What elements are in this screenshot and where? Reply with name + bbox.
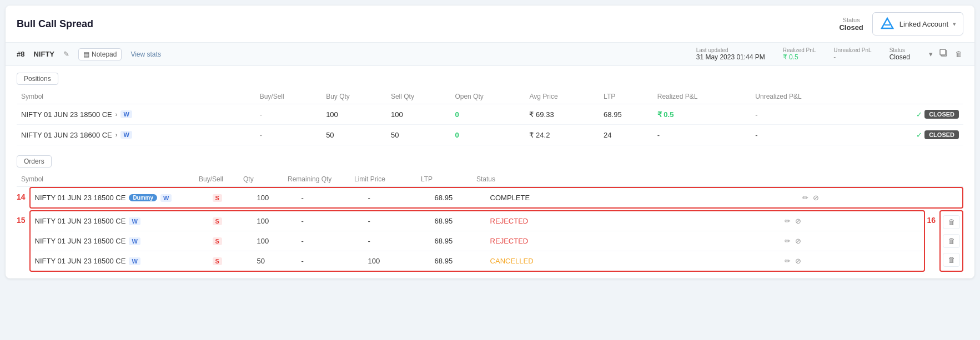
s-badge: S — [213, 217, 222, 225]
order-qty: 100 — [253, 231, 297, 251]
orders-section-button[interactable]: Orders — [17, 155, 52, 168]
notepad-icon: ▤ — [83, 50, 89, 58]
position-status-cell: ✓ CLOSED — [861, 104, 963, 125]
delete-order-button[interactable]: 🗑 — [943, 234, 960, 248]
delete-order-button[interactable]: 🗑 — [943, 215, 960, 229]
linked-account-button[interactable]: Linked Account ▾ — [872, 12, 963, 35]
position-avg-price: ₹ 24.2 — [525, 125, 599, 145]
order-status: REJECTED — [486, 211, 780, 231]
unrealized-pnl-label: Unrealized PnL — [833, 47, 871, 53]
orders-col-status: Status — [472, 172, 845, 187]
header-status-label: Status — [839, 17, 863, 23]
positions-section-button[interactable]: Positions — [17, 73, 58, 85]
order-symbol-text: NIFTY 01 JUN 23 18500 CE — [35, 194, 126, 202]
position-row: NIFTY 01 JUN 23 18500 CE › W - 100 100 0… — [17, 104, 963, 125]
group-16-label: 16 — [927, 210, 938, 272]
expand-button[interactable]: ▾ — [928, 49, 934, 59]
edit-order-icon[interactable]: ✏ — [785, 237, 791, 245]
strategy-ticker: NIFTY — [33, 50, 54, 58]
order-limit-price: 100 — [364, 251, 430, 271]
order-remaining-qty: - — [297, 211, 364, 231]
header: Bull Call Spread Status Closed Linked Ac… — [6, 6, 974, 43]
header-right: Status Closed Linked Account ▾ — [839, 12, 963, 35]
order-actions-cell: ✏ ⊘ — [798, 188, 962, 207]
orders-col-symbol: Symbol — [17, 172, 194, 187]
realized-pnl-label: Realized PnL — [783, 47, 816, 53]
order-w-badge: W — [160, 194, 172, 202]
order-row: NIFTY 01 JUN 23 18500 CE Dummy W S 100 -… — [31, 188, 962, 207]
linked-account-icon — [880, 16, 895, 32]
order-group-15-16-wrapper: 15 NIFTY 01 JUN 23 18500 CE W S 100 - - … — [17, 210, 963, 272]
col-realized-pnl: Realized P&L — [653, 89, 751, 104]
order-symbol-text: NIFTY 01 JUN 23 18500 CE — [35, 237, 126, 245]
check-icon: ✓ — [916, 131, 922, 139]
order-symbol-cell: NIFTY 01 JUN 23 18500 CE W — [31, 231, 208, 251]
col-sell-qty: Sell Qty — [386, 89, 450, 104]
orders-col-ltp: LTP — [416, 172, 472, 187]
order-row: NIFTY 01 JUN 23 18500 CE W S 50 - 100 68… — [31, 251, 924, 271]
order-qty: 100 — [253, 188, 297, 207]
order-side-cell: S — [208, 231, 253, 251]
orders-col-remaining-qty: Remaining Qty — [283, 172, 350, 187]
edit-order-icon[interactable]: ✏ — [802, 194, 808, 202]
col-unrealized-pnl: Unrealized P&L — [751, 89, 861, 104]
cancel-order-icon[interactable]: ⊘ — [795, 217, 801, 225]
svg-rect-3 — [940, 49, 946, 55]
position-ltp: 24 — [599, 125, 653, 145]
order-side-cell: S — [208, 211, 253, 231]
orders-col-actions — [845, 172, 963, 187]
order-w-badge: W — [129, 217, 140, 225]
position-symbol-text: NIFTY 01 JUN 23 18500 CE — [21, 110, 112, 119]
delete-strategy-button[interactable]: 🗑 — [954, 49, 963, 59]
order-ltp: 68.95 — [430, 231, 486, 251]
edit-order-icon[interactable]: ✏ — [785, 257, 791, 265]
position-ltp: 68.95 — [599, 104, 653, 125]
chevron-right-icon[interactable]: › — [115, 131, 118, 138]
edit-order-icon[interactable]: ✏ — [785, 217, 791, 225]
order-limit-price: - — [364, 188, 430, 207]
position-unrealized-pnl: - — [751, 125, 861, 145]
notepad-button[interactable]: ▤ Notepad — [78, 48, 122, 60]
col-symbol: Symbol — [17, 89, 255, 104]
cancel-order-icon[interactable]: ⊘ — [795, 257, 801, 265]
order-actions-cell: ✏ ⊘ — [780, 231, 924, 251]
closed-badge: CLOSED — [924, 130, 959, 139]
delete-order-button[interactable]: 🗑 — [943, 253, 960, 267]
order-row: NIFTY 01 JUN 23 18500 CE W S 100 - - 68.… — [31, 231, 924, 251]
order-symbol-cell: NIFTY 01 JUN 23 18500 CE W — [31, 211, 208, 231]
strategy-status-label: Status — [889, 47, 910, 53]
position-buy-sell: - — [255, 104, 321, 125]
group-15-label: 15 — [17, 210, 28, 272]
order-remaining-qty: - — [297, 251, 364, 271]
order-status: COMPLETE — [486, 188, 798, 207]
edit-icon[interactable]: ✎ — [63, 50, 69, 58]
order-symbol-cell: NIFTY 01 JUN 23 18500 CE Dummy W — [31, 188, 208, 207]
position-buy-sell: - — [255, 125, 321, 145]
position-unrealized-pnl: - — [751, 104, 861, 125]
s-badge: S — [213, 194, 222, 202]
order-status: REJECTED — [486, 231, 780, 251]
w-badge: W — [120, 131, 132, 139]
order-w-badge: W — [129, 237, 140, 245]
cancel-order-icon[interactable]: ⊘ — [795, 237, 801, 245]
position-open-qty: 0 — [450, 104, 525, 125]
col-avg-price: Avg Price — [525, 89, 599, 104]
position-realized-pnl: ₹ 0.5 — [653, 104, 751, 125]
cancel-order-icon[interactable]: ⊘ — [813, 194, 819, 202]
view-stats-button[interactable]: View stats — [130, 50, 160, 58]
realized-pnl-block: Realized PnL ₹ 0.5 — [783, 47, 816, 61]
last-updated-label: Last updated — [696, 47, 765, 53]
strategy-row-actions: ▾ 🗑 — [928, 48, 963, 60]
orders-section-header: Orders — [6, 145, 974, 168]
col-buy-sell: Buy/Sell — [255, 89, 321, 104]
group-14-label: 14 — [17, 187, 28, 209]
order-status: CANCELLED — [486, 251, 780, 271]
order-remaining-qty: - — [297, 231, 364, 251]
orders-table-header: Symbol Buy/Sell Qty Remaining Qty Limit … — [17, 172, 963, 187]
orders-table-header-wrapper: Symbol Buy/Sell Qty Remaining Qty Limit … — [6, 172, 974, 187]
order-symbol-text: NIFTY 01 JUN 23 18500 CE — [35, 217, 126, 225]
position-symbol-text: NIFTY 01 JUN 23 18600 CE — [21, 131, 112, 139]
copy-button[interactable] — [938, 48, 949, 60]
chevron-right-icon[interactable]: › — [115, 111, 118, 118]
position-symbol-cell: NIFTY 01 JUN 23 18600 CE › W — [17, 125, 255, 145]
